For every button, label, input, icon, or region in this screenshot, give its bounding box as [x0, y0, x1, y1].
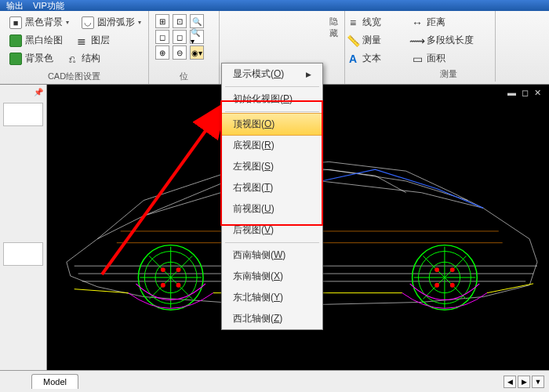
menu-key: V [264, 224, 271, 235]
pin-icon[interactable]: 📌 [0, 85, 46, 100]
btn-bg-color[interactable]: 背景色 [6, 50, 56, 67]
structure-icon: ⎌ [66, 53, 78, 65]
menu-key: O [274, 68, 281, 79]
menu-text: 左视图 [233, 161, 261, 172]
title-menu-vip[interactable]: VIP功能 [33, 0, 64, 12]
view-dropdown[interactable]: ◉▾ [190, 45, 204, 60]
btn-label: 面积 [427, 52, 445, 65]
svg-line-22 [102, 106, 224, 274]
svg-point-21 [450, 283, 455, 288]
btn-label: 黑色背景 [25, 16, 63, 29]
status-bar: Model ◀ ▶ ▼ [0, 370, 549, 392]
btn-label: 测量 [362, 34, 381, 47]
menu-text: 前视图 [233, 203, 261, 214]
btn-label: 圆滑弧形 [97, 16, 135, 29]
menu-bottom-view[interactable]: 底视图(R) [222, 135, 322, 156]
menu-key: X [274, 270, 280, 281]
tool-icon[interactable]: ◻ [155, 30, 169, 44]
svg-point-19 [450, 267, 455, 272]
group-label-pos: 位 [155, 69, 213, 82]
menu-front-view[interactable]: 前视图(U) [222, 198, 322, 220]
menu-text: 东南轴侧 [233, 270, 271, 281]
annotation-arrow [86, 94, 235, 282]
menu-text: 底视图 [233, 140, 261, 151]
linewidth-icon: ≡ [347, 16, 359, 29]
tool-icon[interactable]: 🔍 [190, 14, 204, 28]
measure-icon: 📏 [347, 34, 359, 47]
group-label-cad: CAD绘图设置 [6, 69, 142, 82]
group-label-measure: 测量 [408, 67, 489, 80]
menu-sw-iso[interactable]: 西南轴侧(W) [222, 245, 322, 266]
btn-structure[interactable]: ⎌结构 [63, 50, 104, 67]
menu-key: R [264, 140, 271, 151]
area-icon: ▭ [411, 53, 424, 65]
menu-key: Y [274, 292, 280, 303]
layers-icon: ≣ [75, 34, 88, 47]
btn-label: 图层 [91, 34, 110, 47]
menu-display-mode[interactable]: 显示模式(O)▶ [222, 64, 322, 85]
btn-label: 多段线长度 [427, 34, 474, 47]
menu-key: P [283, 93, 289, 104]
tool-icon[interactable]: ⊡ [173, 14, 187, 28]
menu-right-view[interactable]: 右视图(T) [222, 177, 322, 198]
menu-key: U [264, 203, 271, 214]
btn-polyline-length[interactable]: ⟿多段线长度 [408, 32, 489, 49]
menu-text: 显示模式 [233, 68, 271, 79]
menu-key: O [264, 118, 271, 129]
view-context-menu: 显示模式(O)▶ 初始化视图(P) 顶视图(O) 底视图(R) 左视图(S) 右… [221, 63, 323, 330]
tool-icon[interactable]: ⊖ [173, 45, 187, 60]
menu-left-view[interactable]: 左视图(S) [222, 156, 322, 177]
menu-init-view[interactable]: 初始化视图(P) [222, 89, 322, 110]
menu-text: 西北轴侧 [233, 313, 271, 324]
btn-measure[interactable]: 📏测量 [344, 32, 394, 49]
menu-se-iso[interactable]: 东南轴侧(X) [222, 266, 322, 287]
svg-point-10 [176, 283, 181, 288]
scroll-right-button[interactable]: ▶ [518, 376, 530, 388]
btn-label: 文本 [362, 52, 381, 65]
btn-bw-draw[interactable]: 黑白绘图 [6, 32, 66, 49]
zoom-dropdown[interactable]: 🔍▾ [190, 30, 204, 44]
menu-nw-iso[interactable]: 西北轴侧(Z) [222, 308, 322, 329]
btn-label: 结构 [82, 52, 100, 65]
menu-text: 东北轴侧 [233, 292, 271, 303]
btn-layers[interactable]: ≣图层 [72, 32, 113, 49]
scroll-left-button[interactable]: ◀ [504, 376, 516, 388]
tool-icon[interactable]: ◻ [173, 30, 187, 44]
polyline-icon: ⟿ [411, 34, 424, 47]
btn-smooth-arc[interactable]: ◡圆滑弧形▾ [78, 14, 144, 31]
tab-model[interactable]: Model [31, 374, 78, 389]
menu-text: 右视图 [233, 182, 261, 193]
menu-text: 初始化视图 [233, 93, 280, 104]
panel-box[interactable] [3, 242, 43, 266]
tool-icon[interactable]: ⊕ [155, 45, 169, 60]
left-panel: 📌 [0, 85, 47, 370]
menu-key: S [264, 161, 271, 172]
btn-label: 距离 [427, 16, 445, 29]
menu-ne-iso[interactable]: 东北轴侧(Y) [222, 287, 322, 308]
btn-black-bg[interactable]: ■黑色背景▾ [6, 14, 72, 31]
menu-key: Z [274, 313, 279, 324]
tool-icon[interactable]: ⊞ [155, 14, 169, 28]
btn-label: 背景色 [25, 52, 53, 65]
btn-linewidth[interactable]: ≡线宽 [344, 14, 394, 31]
menu-text: 西南轴侧 [233, 249, 271, 260]
btn-label: 黑白绘图 [25, 34, 63, 47]
svg-point-9 [161, 283, 165, 288]
submenu-arrow-icon: ▶ [306, 71, 311, 78]
menu-top-view[interactable]: 顶视图(O) [221, 113, 323, 136]
scroll-down-button[interactable]: ▼ [532, 376, 544, 388]
menu-key: T [264, 182, 270, 193]
btn-distance[interactable]: ↔距离 [408, 14, 489, 31]
text-icon: A [347, 53, 359, 65]
panel-box[interactable] [3, 103, 43, 126]
title-menu-output[interactable]: 输出 [6, 0, 24, 12]
svg-point-18 [434, 267, 439, 272]
svg-point-20 [434, 283, 439, 288]
menu-text: 顶视图 [233, 118, 261, 129]
btn-label: 线宽 [362, 16, 381, 29]
menu-text: 后视图 [233, 224, 261, 235]
btn-area[interactable]: ▭面积 [408, 50, 489, 67]
menu-back-view[interactable]: 后视图(V) [222, 220, 322, 241]
menu-key: W [274, 249, 282, 260]
btn-text[interactable]: A文本 [344, 50, 394, 67]
